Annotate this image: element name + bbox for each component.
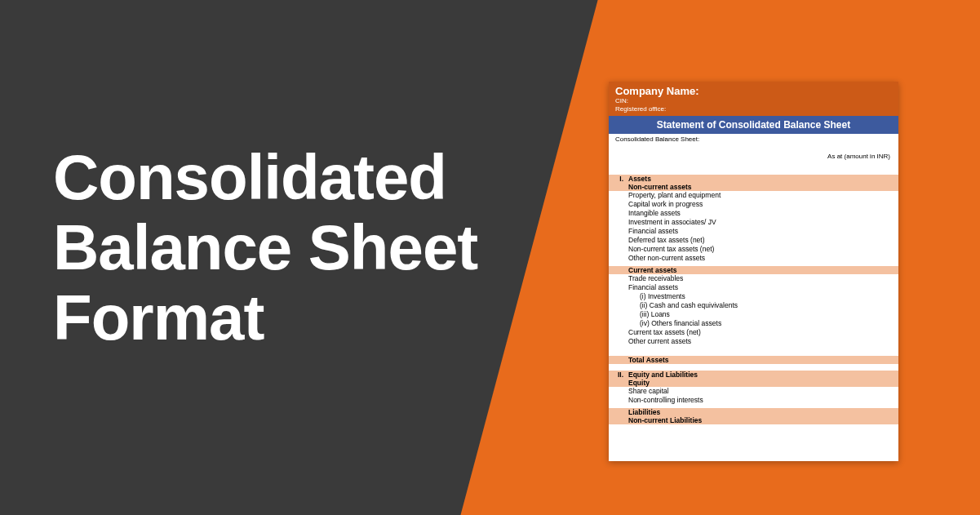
company-name-label: Company Name:	[615, 85, 892, 97]
list-item: (i) Investments	[609, 292, 898, 301]
list-item: Current tax assets (net)	[609, 328, 898, 337]
list-item: Investment in associates/ JV	[609, 218, 898, 227]
current-assets: Current assets	[627, 266, 898, 274]
asat-label: As at (amount in INR)	[609, 151, 898, 162]
cin-label: CIN:	[615, 97, 892, 105]
list-item: Financial assets	[609, 283, 898, 292]
title-bar: Statement of Consolidated Balance Sheet	[609, 116, 898, 134]
list-item: (iv) Others financial assets	[609, 319, 898, 328]
assets-heading: Assets	[627, 175, 898, 183]
assets-row: I. Assets	[609, 175, 898, 183]
list-item: Trade receivables	[609, 274, 898, 283]
equity-liabilities: Equity and Liabilities	[627, 371, 898, 379]
list-item: Other current assets	[609, 337, 898, 346]
noncurrent-assets-row: Non-current assets	[609, 183, 898, 191]
heading-line-2: Balance Sheet	[53, 213, 477, 283]
list-item: Share capital	[609, 387, 898, 396]
liabilities-row: Liabilities	[609, 408, 898, 416]
equity: Equity	[627, 379, 898, 387]
total-assets-row: Total Assets	[609, 356, 898, 364]
list-item: Property, plant and equipment	[609, 191, 898, 200]
noncurrent-liabilities: Non-current Liabilities	[627, 416, 898, 424]
current-assets-row: Current assets	[609, 266, 898, 274]
total-assets: Total Assets	[627, 356, 898, 364]
list-item: Deferred tax assets (net)	[609, 236, 898, 245]
list-item: (ii) Cash and cash equivivalents	[609, 301, 898, 310]
list-item: Capital work in progress	[609, 200, 898, 209]
equity-liabilities-row: II. Equity and Liabilities	[609, 371, 898, 379]
main-heading: Consolidated Balance Sheet Format	[53, 143, 477, 353]
noncurrent-liabilities-row: Non-current Liabilities	[609, 416, 898, 424]
registered-office-label: Registered office:	[615, 105, 892, 113]
section-2-num: II.	[609, 371, 627, 379]
list-item: (iii) Loans	[609, 310, 898, 319]
list-item: Intangible assets	[609, 209, 898, 218]
section-1-num: I.	[609, 175, 627, 183]
equity-row: Equity	[609, 379, 898, 387]
list-item: Other non-current assets	[609, 254, 898, 263]
sheet-header: Company Name: CIN: Registered office:	[609, 82, 898, 116]
heading-line-3: Format	[53, 283, 477, 353]
cbs-label: Consolidated Balance Sheet:	[609, 134, 898, 144]
list-item: Non-controlling interests	[609, 396, 898, 405]
liabilities: Liabilities	[627, 408, 898, 416]
list-item: Financial assets	[609, 227, 898, 236]
balance-sheet-preview: Company Name: CIN: Registered office: St…	[609, 82, 898, 461]
heading-line-1: Consolidated	[53, 143, 477, 213]
noncurrent-assets: Non-current assets	[627, 183, 898, 191]
list-item: Non-current tax assets (net)	[609, 245, 898, 254]
